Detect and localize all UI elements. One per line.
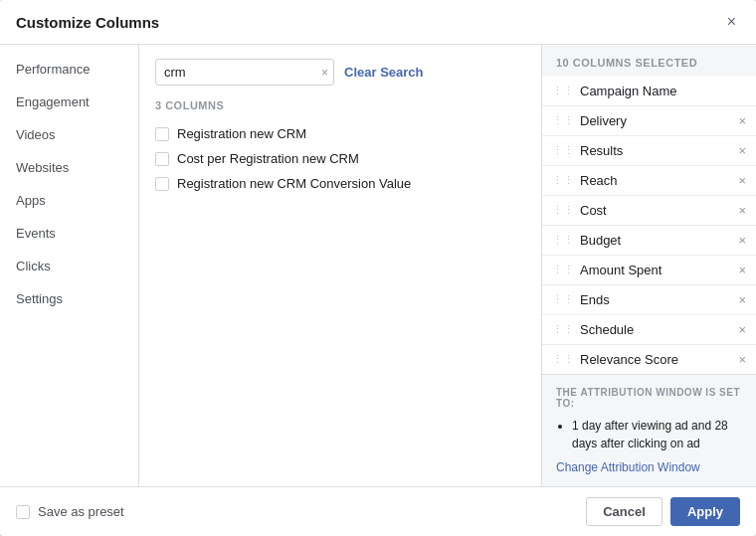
selected-item-relevance-score: ⋮⋮Relevance Score× [542,345,756,374]
selected-item-label-campaign-name: Campaign Name [580,84,732,98]
selected-item-cost: ⋮⋮Cost× [542,196,756,226]
selected-item-delivery: ⋮⋮Delivery× [542,106,756,136]
search-input-wrapper: × [155,59,334,86]
drag-handle-icon[interactable]: ⋮⋮ [552,114,574,127]
sidebar-item-events[interactable]: Events [0,217,138,250]
drag-handle-icon[interactable]: ⋮⋮ [552,323,574,336]
cancel-button[interactable]: Cancel [586,497,662,526]
save-preset-label[interactable]: Save as preset [38,504,124,519]
selected-item-label-reach: Reach [580,173,732,188]
attribution-text: 1 day after viewing ad and 28 days after… [556,417,742,452]
selected-item-label-relevance-score: Relevance Score [580,352,732,367]
remove-button-cost[interactable]: × [738,204,746,217]
column-list-item: Cost per Registration new CRM [155,146,525,171]
save-preset-checkbox[interactable] [16,505,30,519]
customize-columns-modal: Customize Columns × PerformanceEngagemen… [0,0,756,536]
right-panel: 10 COLUMNS SELECTED ⋮⋮Campaign Name×⋮⋮De… [542,45,756,486]
selected-columns-header: 10 COLUMNS SELECTED [542,45,756,77]
attribution-title: THE ATTRIBUTION WINDOW IS SET TO: [556,387,742,409]
search-bar: × Clear Search [155,59,525,86]
modal-title: Customize Columns [16,14,159,31]
close-button[interactable]: × [723,12,740,32]
sidebar-item-settings[interactable]: Settings [0,282,138,315]
selected-item-label-cost: Cost [580,203,732,218]
modal-body: PerformanceEngagementVideosWebsitesAppsE… [0,45,756,486]
column-checkbox-reg-crm[interactable] [155,127,169,141]
selected-item-label-delivery: Delivery [580,113,732,128]
drag-handle-icon[interactable]: ⋮⋮ [552,264,574,276]
column-list-item: Registration new CRM [155,121,525,146]
modal-overlay: Customize Columns × PerformanceEngagemen… [0,0,756,536]
drag-handle-icon[interactable]: ⋮⋮ [552,144,574,157]
drag-handle-icon[interactable]: ⋮⋮ [552,85,574,97]
change-attribution-window-link[interactable]: Change Attribution Window [556,460,700,474]
selected-item-ends: ⋮⋮Ends× [542,285,756,315]
attribution-section: THE ATTRIBUTION WINDOW IS SET TO: 1 day … [542,374,756,486]
selected-item-reach: ⋮⋮Reach× [542,166,756,196]
selected-item-label-schedule: Schedule [580,322,732,337]
save-preset-section: Save as preset [16,504,124,519]
drag-handle-icon[interactable]: ⋮⋮ [552,174,574,187]
selected-item-label-results: Results [580,143,732,158]
selected-item-label-ends: Ends [580,292,732,307]
remove-button-results[interactable]: × [738,144,746,157]
search-clear-button[interactable]: × [321,67,328,79]
search-input[interactable] [155,59,334,86]
selected-item-label-amount-spent: Amount Spent [580,263,732,277]
modal-header: Customize Columns × [0,0,756,45]
sidebar-item-performance[interactable]: Performance [0,53,138,86]
remove-button-schedule[interactable]: × [738,323,746,336]
selected-item-label-budget: Budget [580,233,732,248]
column-label-reg-crm: Registration new CRM [177,126,306,141]
sidebar: PerformanceEngagementVideosWebsitesAppsE… [0,45,139,486]
clear-search-button[interactable]: Clear Search [344,65,424,80]
column-list-item: Registration new CRM Conversion Value [155,171,525,196]
sidebar-item-apps[interactable]: Apps [0,184,138,217]
sidebar-item-videos[interactable]: Videos [0,118,138,151]
center-panel: × Clear Search 3 COLUMNS Registration ne… [139,45,542,486]
footer-buttons: Cancel Apply [586,497,740,526]
sidebar-item-websites[interactable]: Websites [0,151,138,184]
column-checkbox-reg-crm-conv[interactable] [155,177,169,191]
remove-button-relevance-score[interactable]: × [738,353,746,366]
modal-footer: Save as preset Cancel Apply [0,486,756,536]
apply-button[interactable]: Apply [670,497,740,526]
drag-handle-icon[interactable]: ⋮⋮ [552,234,574,247]
column-checkbox-cost-reg-crm[interactable] [155,152,169,166]
remove-button-amount-spent[interactable]: × [738,264,746,276]
columns-count-label: 3 COLUMNS [155,99,525,111]
sidebar-item-clicks[interactable]: Clicks [0,250,138,282]
column-list: Registration new CRMCost per Registratio… [155,121,525,196]
column-label-reg-crm-conv: Registration new CRM Conversion Value [177,176,411,191]
selected-item-results: ⋮⋮Results× [542,136,756,166]
sidebar-item-engagement[interactable]: Engagement [0,86,138,118]
drag-handle-icon[interactable]: ⋮⋮ [552,293,574,306]
drag-handle-icon[interactable]: ⋮⋮ [552,204,574,217]
attribution-description: 1 day after viewing ad and 28 days after… [572,417,742,452]
selected-columns-list: ⋮⋮Campaign Name×⋮⋮Delivery×⋮⋮Results×⋮⋮R… [542,77,756,374]
selected-item-amount-spent: ⋮⋮Amount Spent× [542,256,756,285]
selected-item-budget: ⋮⋮Budget× [542,226,756,256]
column-label-cost-reg-crm: Cost per Registration new CRM [177,151,359,166]
drag-handle-icon[interactable]: ⋮⋮ [552,353,574,366]
remove-button-ends[interactable]: × [738,293,746,306]
remove-button-reach[interactable]: × [738,174,746,187]
selected-item-campaign-name: ⋮⋮Campaign Name× [542,77,756,106]
remove-button-delivery[interactable]: × [738,114,746,127]
remove-button-budget[interactable]: × [738,234,746,247]
selected-item-schedule: ⋮⋮Schedule× [542,315,756,345]
